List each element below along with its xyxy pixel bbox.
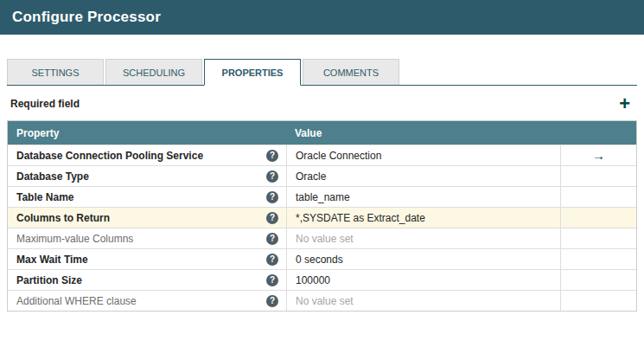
property-value-cell[interactable]: table_name: [286, 187, 560, 207]
table-row: Maximum-value Columns ? No value set: [8, 228, 636, 248]
tab-bar: SETTINGS SCHEDULING PROPERTIES COMMENTS: [7, 59, 637, 86]
property-value-cell[interactable]: No value set: [286, 228, 560, 248]
dialog-header: Configure Processor: [0, 0, 644, 35]
property-name: Database Type: [16, 170, 89, 183]
property-column-header: Property: [8, 127, 286, 139]
property-name: Maximum-value Columns: [16, 233, 133, 245]
help-icon[interactable]: ?: [266, 191, 278, 203]
configure-processor-dialog: Configure Processor SETTINGS SCHEDULING …: [0, 0, 644, 312]
property-value: 0 seconds: [296, 254, 343, 266]
table-row: Table Name ? table_name: [8, 186, 636, 207]
property-value-cell[interactable]: Oracle: [286, 166, 560, 186]
required-field-label: Required field: [10, 98, 80, 110]
property-name: Database Connection Pooling Service: [16, 150, 203, 162]
help-icon[interactable]: ?: [266, 274, 278, 286]
property-name: Additional WHERE clause: [16, 295, 137, 307]
go-to-service-icon[interactable]: →: [592, 148, 605, 163]
help-icon[interactable]: ?: [266, 212, 278, 224]
tab-comments[interactable]: COMMENTS: [303, 59, 399, 85]
property-value: 100000: [296, 274, 330, 286]
table-header-row: Property Value: [8, 121, 636, 145]
property-name: Max Wait Time: [16, 254, 88, 266]
dialog-title: Configure Processor: [12, 9, 161, 26]
help-icon[interactable]: ?: [266, 295, 278, 307]
help-icon[interactable]: ?: [266, 254, 278, 266]
table-row: Columns to Return ? *,SYSDATE as Extract…: [8, 207, 636, 228]
property-value: No value set: [296, 295, 354, 307]
tab-properties[interactable]: PROPERTIES: [204, 59, 301, 86]
property-value: Oracle Connection: [296, 150, 381, 162]
property-value: Oracle: [296, 170, 326, 183]
table-row: Partition Size ? 100000: [8, 269, 636, 290]
value-column-header: Value: [286, 127, 560, 139]
property-value-cell[interactable]: *,SYSDATE as Extract_date: [286, 208, 560, 228]
table-row: Database Type ? Oracle: [8, 165, 636, 186]
property-value-cell[interactable]: No value set: [286, 291, 560, 311]
help-icon[interactable]: ?: [266, 150, 278, 162]
property-name: Partition Size: [16, 274, 82, 286]
property-value-cell[interactable]: 100000: [286, 270, 560, 290]
properties-table: Property Value Database Connection Pooli…: [7, 120, 637, 312]
property-value-cell[interactable]: 0 seconds: [286, 249, 560, 269]
property-value-cell[interactable]: Oracle Connection: [286, 145, 560, 165]
property-value: *,SYSDATE as Extract_date: [296, 212, 425, 224]
help-icon[interactable]: ?: [266, 233, 278, 245]
property-value: No value set: [296, 233, 354, 245]
table-row: Max Wait Time ? 0 seconds: [8, 248, 636, 269]
tab-scheduling[interactable]: SCHEDULING: [105, 59, 202, 85]
table-row: Additional WHERE clause ? No value set: [8, 290, 636, 311]
property-name: Columns to Return: [16, 212, 110, 224]
property-value: table_name: [296, 191, 350, 203]
table-row: Database Connection Pooling Service ? Or…: [8, 145, 636, 165]
tab-settings[interactable]: SETTINGS: [7, 59, 104, 85]
add-property-button[interactable]: +: [615, 94, 634, 113]
properties-toolbar: Required field +: [0, 86, 644, 120]
help-icon[interactable]: ?: [266, 170, 278, 183]
property-name: Table Name: [16, 191, 73, 203]
